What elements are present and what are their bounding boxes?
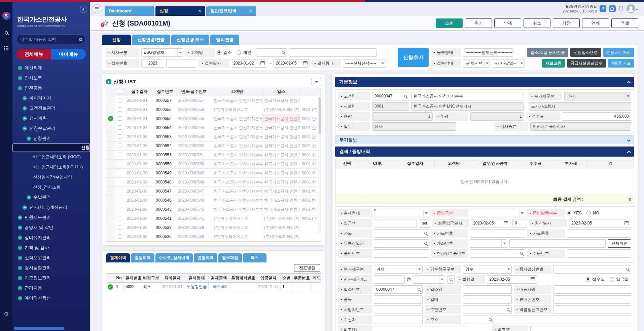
filter-action-button[interactable]: 신청업소변경	[570, 48, 601, 57]
menu-search-box[interactable]	[16, 34, 86, 44]
history-tab[interactable]: 결제이력	[106, 253, 130, 262]
customer-name-field[interactable]: 한국가스공사 인천기지본부	[411, 92, 524, 100]
sidebar-menu-item[interactable]: 장비유지관리	[12, 233, 90, 243]
sidebar-menu-item[interactable]: 신청수납관리	[12, 123, 90, 133]
vat-select[interactable]: 과세	[374, 265, 423, 274]
window-tab[interactable]: 신청 ✕	[155, 6, 205, 16]
tree-toggle-icon[interactable]	[27, 195, 31, 200]
yes-radio[interactable]	[567, 211, 571, 215]
calendar-icon[interactable]	[624, 221, 629, 225]
etax-id-input[interactable]	[374, 275, 405, 284]
table-row[interactable]: ✓ 2023-01-30 0000552 2023-0000552 한국가스공사…	[106, 141, 321, 151]
filter-action-button[interactable]: 민원사무처리	[603, 48, 634, 57]
toolbar-button[interactable]: 삭제	[494, 18, 521, 28]
tree-toggle-icon[interactable]	[18, 215, 22, 220]
splitter-icon[interactable]: ◀▶	[312, 78, 321, 85]
collapse-up-icon[interactable]	[627, 151, 631, 154]
table-row[interactable]: ✓ 2023-01-30 0000553 2023-0000553 한국가스공사…	[106, 132, 321, 141]
sidebar-menu-item[interactable]: 증명서 및 각인	[12, 222, 90, 233]
window-tab[interactable]: Dashboard	[105, 6, 154, 16]
date-from-input[interactable]: 2023-01-02	[231, 59, 267, 68]
avatar[interactable]	[627, 4, 638, 13]
issue-date-input[interactable]: 2023-02-05	[487, 275, 537, 284]
add-application-button[interactable]: 신청추가	[398, 48, 429, 67]
toolbar-button[interactable]: 인쇄	[582, 18, 609, 28]
calendar-icon[interactable]	[303, 61, 308, 65]
sidebar-menu-item[interactable]: 실적보고관리	[12, 253, 90, 263]
address-input[interactable]	[496, 316, 631, 324]
check-all-button[interactable]: 전체확인	[608, 239, 631, 248]
expand-down-icon[interactable]	[627, 138, 631, 141]
order-no-input[interactable]	[567, 249, 631, 258]
sidebar-menu-item[interactable]: 관리자용	[12, 283, 90, 293]
date-to-input[interactable]: 2023-02-05	[274, 59, 310, 68]
slip-issue-button[interactable]: 전표발행	[294, 264, 320, 272]
deposit-date-radio[interactable]	[610, 277, 614, 282]
close-icon[interactable]: ✕	[198, 9, 201, 13]
recv-no-input[interactable]	[166, 59, 197, 68]
sidebar-collapse-button[interactable]	[80, 6, 87, 13]
table-row[interactable]: ✓ 2023-01-30 0000551 2023-0000551 한국가스공사…	[106, 151, 321, 160]
deposit-count-input[interactable]: 0	[512, 219, 527, 227]
evidence-select[interactable]	[470, 209, 525, 217]
tree-toggle-icon[interactable]	[23, 126, 27, 131]
search-icon[interactable]	[626, 268, 629, 271]
calendar-icon[interactable]	[504, 221, 508, 225]
tree-toggle-icon[interactable]	[18, 266, 22, 270]
my-menu-button[interactable]: 마이메뉴	[51, 49, 86, 59]
window-tab[interactable]: 일반전표입력 ✕	[206, 6, 256, 16]
table-row[interactable]: ✓ 2023-01-31 0000555 2023-0000555 한국가스공사…	[106, 114, 321, 123]
note1-input[interactable]	[374, 326, 461, 331]
sub-tab[interactable]: 신청	[102, 35, 131, 45]
ceo-input[interactable]	[553, 285, 631, 294]
card-kind-input[interactable]	[567, 229, 631, 238]
search-icon[interactable]	[424, 242, 427, 245]
tree-toggle-icon[interactable]	[23, 106, 27, 111]
sub-tab[interactable]: 멀티환불	[210, 35, 239, 45]
filter-action-button[interactable]: 공급시설일괄접수	[567, 59, 606, 68]
filter-action-button[interactable]: MICR 지로	[608, 59, 634, 68]
search-icon[interactable]	[520, 252, 523, 255]
cash-receipt-input[interactable]	[470, 249, 525, 258]
sidebar-menu-item[interactable]: 기획 및 감사	[12, 243, 90, 253]
open-window-icon[interactable]	[609, 5, 616, 12]
table-row[interactable]: ✓ 2023-01-31 0000557 2023-0000557 한국가스공사…	[106, 96, 321, 105]
vat-select[interactable]: 과세	[564, 92, 631, 100]
table-row[interactable]: ✓ 2023-01-31 0000556 2023-0000556 (주)귀뚜라…	[106, 105, 321, 114]
mobile-input[interactable]	[553, 295, 631, 304]
popup-select[interactable]: --기타팝업--	[492, 59, 525, 68]
fee-field[interactable]: 455,000	[562, 112, 631, 121]
pay-type-select[interactable]: ------전체선택-----	[343, 59, 386, 68]
sidebar-menu-item[interactable]: 검사계획	[12, 113, 90, 123]
search-icon[interactable]	[489, 318, 492, 321]
table-row[interactable]: ✓ 2023-01-30 0000547 2023-0000547 한국가스공사…	[106, 187, 321, 196]
reg-type-select[interactable]: ------------전체선택-----------	[463, 48, 513, 57]
tree-toggle-icon[interactable]	[18, 225, 22, 230]
toolbar-button[interactable]: 추가	[465, 18, 492, 28]
customer-code-field[interactable]: 00000047	[372, 92, 409, 100]
etax-search-button[interactable]	[447, 275, 455, 284]
calendar-icon[interactable]	[531, 277, 535, 281]
account-bank-select[interactable]	[470, 239, 507, 248]
biz-no-input[interactable]: 00000047	[374, 285, 423, 294]
proc-date-input[interactable]: 2023-02-05	[569, 219, 631, 227]
tree-toggle-icon[interactable]	[18, 296, 22, 300]
sidebar-scrollbar[interactable]	[14, 327, 64, 330]
tree-toggle-icon[interactable]	[23, 96, 27, 100]
close-icon[interactable]: ✕	[249, 9, 252, 13]
table-row[interactable]: ✓ 2023-01-30 0000549 2023-0000549 한국가스공사…	[106, 169, 321, 178]
sidebar-menu-item[interactable]: 수납관리	[12, 192, 90, 202]
bank-transfer-input[interactable]	[374, 239, 429, 248]
recv-date-radio[interactable]	[586, 277, 590, 282]
tree-toggle-icon[interactable]	[18, 246, 22, 250]
calendar-icon[interactable]	[260, 61, 265, 65]
table-row[interactable]: ✓ 2023-01-31 0000554 2023-0000554 한국가스공사…	[106, 123, 321, 132]
table-row[interactable]: ✓ 2023-01-30 0000541 2023-0000541 (주)귀뚜라…	[106, 214, 321, 223]
tree-toggle-icon[interactable]	[18, 66, 22, 70]
external-link-icon[interactable]	[600, 5, 606, 12]
customer-name-input[interactable]	[289, 48, 377, 57]
tree-toggle-icon[interactable]	[18, 86, 22, 90]
collapse-up-icon[interactable]	[627, 81, 631, 85]
biz-name-input[interactable]	[463, 285, 512, 294]
search-icon[interactable]	[507, 308, 509, 311]
